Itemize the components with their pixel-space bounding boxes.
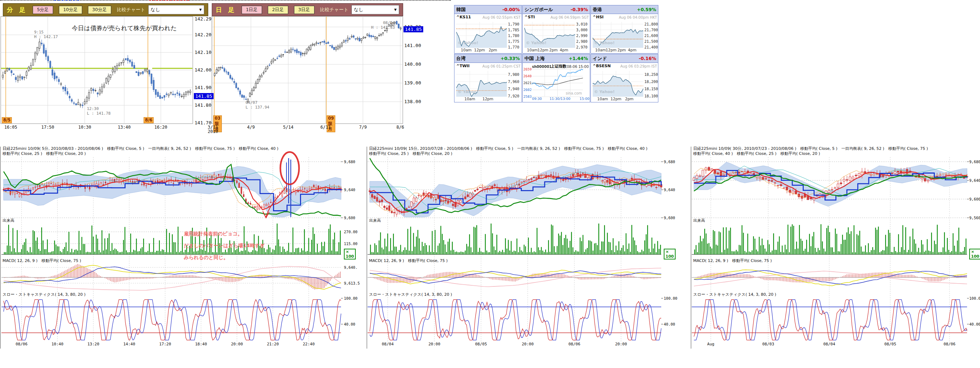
mini-y-tick: 21,400 [644,45,658,49]
minute-timeframe-tabs: 5分足10分足30分足 [33,6,117,14]
chevron-down-icon: ▼ [197,8,204,11]
y-axis-tick: 141.80 [194,103,212,108]
volume-label: 出来高 [3,219,14,223]
x-axis-tick: 20:00 [611,342,631,347]
market-timestamp: 08-06 15:00 [565,65,589,69]
stochastics-label: スロー・ストキャスティクス( 14, 3, 80, 20 ) [693,293,776,297]
compare-chart-select[interactable]: なし ▼ [352,5,399,14]
panel-title-line2: 移動平均( Close, 40 ) 移動平均( Close, 25 ) 移動平均… [693,152,820,156]
minute-timeframe-tab[interactable]: 5分足 [33,6,53,14]
panel-title-line2: 移動平均( Close, 25 ) 移動平均( Close, 20 ) [369,152,452,156]
x-axis-tick: 13:40 [116,125,133,130]
mini-x-tick: 4pm [625,48,640,52]
market-card-header: インド-0.16% [591,54,658,63]
mini-y-tick: 3,000 [576,28,588,32]
mini-y-tick: 21,500 [644,39,658,43]
mini-x-tick: 10am [463,97,477,101]
mini-y-tick: 2621 [523,81,531,85]
x-axis-tick: 7/9 [354,125,372,130]
market-name: 中国 上海 [525,55,545,62]
x-axis-tick: 17:50 [39,125,56,130]
x-axis-tick: 21:20 [263,342,283,347]
minute-chart-annotation: 今日は債券が売られて株先が買われた [72,25,177,32]
mini-y-tick: 2,980 [576,39,588,43]
daily-timeframe-tab[interactable]: 1日足 [242,6,262,14]
market-card[interactable]: 中国 上海+1.44%sh000001上证指数08-06 15:00265926… [522,54,590,102]
y-axis-tick: 141.90 [194,85,212,91]
y-axis-tick: 142.20 [194,32,212,38]
market-change-badge: -0.16% [639,56,656,61]
y-axis-tick: 138.00 [404,99,421,105]
market-card[interactable]: 韓国-0.00%^KS11Aug 06 02:55pm KST© Yahoo!1… [454,5,522,54]
high-marker: 08/04 H : 142.33 [359,21,395,30]
price-axis-tick: 9,560 [969,216,980,220]
y-axis-tick: 142.10 [194,50,212,55]
stoch-axis-tick: 40.00 [969,322,980,326]
provider-watermark: © Yahoo! [594,41,614,46]
y-axis-tick: 139.00 [404,80,421,86]
x-axis-tick: 22:40 [299,342,319,347]
macd-label: MACD( 12, 26, 9 ) 移動平均( Close, 75 ) [693,259,772,263]
market-card[interactable]: 香港+0.59%^HSIAug 06 04:00pm HKT© Yahoo!21… [590,5,659,54]
mini-x-tick: 12pm [480,97,495,101]
mini-y-tick: 21,800 [644,22,658,26]
mini-x-tick: 09:30 [532,97,546,101]
price-axis-tick: 9,640 [344,187,355,192]
market-timestamp: Aug 06 04:00pm HKT [611,16,657,20]
market-card[interactable]: 台湾+0.33%^TWIIAug 06 01:25pm CST© Yahoo!7… [454,54,522,102]
minute-timeframe-tab[interactable]: 10分足 [59,6,82,14]
compare-chart-select[interactable]: なし ▼ [148,5,204,14]
x-axis-tick: 08/05 [471,342,491,347]
mini-y-tick: 7,960 [508,79,519,84]
compare-chart-label: 比較チャート [117,6,145,13]
panel-title-line2: 移動平均( Close, 25 ) 移動平均( Close, 20 ) [3,152,86,156]
minute-timeframe-tab[interactable]: 30分足 [88,6,111,14]
panel-title-line1: 日経225mini 10/09( 15分, 2010/07/28 - 2010/… [369,147,647,151]
x-axis-tick: 17:20 [155,342,175,347]
price-axis-tick: 9,680 [344,160,355,164]
market-card-header: 香港+0.59% [591,5,658,14]
low-marker: 12:30 L : 141.78 [87,107,111,116]
mini-x-tick: 10am [595,97,610,101]
x-axis-tick: 08/06 [939,342,959,347]
top-red-dash [149,0,189,1]
mini-y-tick: 2602 [523,88,531,92]
mini-y-tick: 21,700 [644,28,658,32]
market-card[interactable]: シンガポール-0.39%^STIAug 06 04:59pm SGT© Yaho… [522,5,590,54]
market-change-badge: -0.00% [502,7,520,12]
mini-y-tick: 1,790 [508,22,519,26]
daily-chart-title: 日 足 [216,6,237,14]
hand-annotation-text: だましのパターンはざら場14時すぎ [184,243,264,249]
price-axis-tick: 9,680 [969,160,980,164]
y-axis-tick: 140.00 [404,62,421,67]
mini-x-tick: 10am [459,48,474,52]
x-axis-tick: 20:00 [424,342,444,347]
daily-timeframe-tab[interactable]: 2日足 [268,6,288,14]
market-card-header: 台湾+0.33% [455,54,522,63]
market-card[interactable]: インド-0.16%^BSESNAug 06 03:29pm IST© Yahoo… [590,54,659,102]
price-axis-tick: 9,640 [969,178,980,182]
market-card-header: 韓国-0.00% [455,5,522,14]
x-axis-tick: 08/03 [758,342,778,347]
market-name: 香港 [593,6,602,13]
daily-timeframe-tab[interactable]: 3日足 [294,6,315,14]
x-axis-tick: 10:40 [48,342,67,347]
panel-title-line1: 日経225mini 10/09( 5分, 2010/08/03 - 2010/0… [3,147,278,151]
x-axis-tick: 08/05 [880,342,900,347]
price-axis-tick: 9,600 [344,216,355,220]
provider-watermark: © Yahoo! [458,41,478,46]
price-axis-tick: 9,600 [969,197,980,201]
market-card-header: 中国 上海+1.44% [523,54,590,63]
market-timestamp: Aug 06 01:25pm CST [474,64,520,69]
stoch-axis-tick: 40.00 [344,322,355,326]
mini-y-tick: 7,940 [508,86,519,91]
macd-axis-tick: 9,613.5 [344,281,360,285]
x-axis-tick: 13:20 [83,342,103,347]
volume-axis-tick: 270.00 [344,230,358,234]
x-axis-year: 2010 [204,130,221,134]
mini-x-tick: 2pm [486,48,500,52]
market-name: シンガポール [525,6,553,13]
mini-x-tick: 12pm [473,48,487,52]
compare-chart-label: 比較チャート [320,6,348,13]
mini-x-tick: 4pm [557,48,571,52]
